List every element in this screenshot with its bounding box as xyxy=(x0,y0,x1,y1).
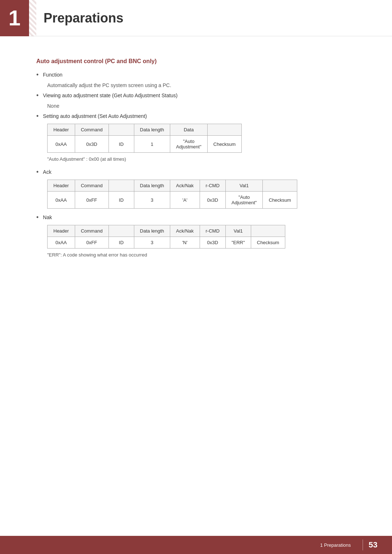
cell-checksum: Checksum xyxy=(251,237,285,249)
cell-id: ID xyxy=(109,237,134,249)
bullet-icon: • xyxy=(36,168,38,176)
cell-command: 0xFF xyxy=(75,237,109,249)
bullet-label: Ack xyxy=(43,169,51,175)
col-header-command: Command xyxy=(75,180,109,192)
col-header-data: Data xyxy=(170,124,208,136)
cell-checksum: Checksum xyxy=(207,136,241,153)
list-item: • Ack xyxy=(36,169,356,176)
col-header-checksum xyxy=(251,225,285,237)
header-accent xyxy=(29,0,36,36)
cell-acknak: 'A' xyxy=(170,192,200,209)
table-ack-wrapper: Header Command Data length Ack/Nak r-CMD… xyxy=(47,180,356,209)
section-title: Auto adjustment control (PC and BNC only… xyxy=(36,58,356,65)
cell-val1: "AutoAdjustment" xyxy=(225,192,263,209)
col-header-acknak: Ack/Nak xyxy=(170,225,200,237)
bullet-list-ack: • Ack xyxy=(36,169,356,176)
list-item: • Nak xyxy=(36,214,356,221)
cell-data: "AutoAdjustment" xyxy=(170,136,208,153)
note-nak: "ERR": A code showing what error has occ… xyxy=(47,252,356,258)
col-header-checksum xyxy=(263,180,297,192)
page-header: 1 Preparations xyxy=(0,0,392,36)
col-header-rcmd: r-CMD xyxy=(200,180,225,192)
chapter-number: 1 xyxy=(8,7,20,29)
col-header-header: Header xyxy=(48,225,75,237)
bullet-label: Viewing auto adjustment state (Get Auto … xyxy=(43,93,177,98)
cell-rcmd: 0x3D xyxy=(200,192,225,209)
sub-text-viewing: None xyxy=(47,103,356,109)
sub-text-function: Automatically adjust the PC system scree… xyxy=(47,82,356,88)
main-content: Auto adjustment control (PC and BNC only… xyxy=(0,36,392,294)
col-header-acknak: Ack/Nak xyxy=(170,180,200,192)
cell-datalength: 3 xyxy=(134,237,170,249)
bullet-label: Function xyxy=(43,72,62,78)
bullet-icon: • xyxy=(36,112,38,120)
col-header-id xyxy=(109,180,134,192)
list-item: • Setting auto adjustment (Set Auto Adju… xyxy=(36,113,356,120)
cell-header: 0xAA xyxy=(48,192,75,209)
bullet-icon: • xyxy=(36,214,38,221)
footer-page-number: 53 xyxy=(369,540,377,550)
page-footer: 1 Preparations 53 xyxy=(0,536,392,554)
bullet-list-nak: • Nak xyxy=(36,214,356,221)
note-setting: "Auto Adjustment" : 0x00 (at all times) xyxy=(47,156,356,162)
bullet-label: Nak xyxy=(43,214,52,220)
col-header-id xyxy=(109,124,134,136)
chapter-number-box: 1 xyxy=(0,0,29,36)
table-setting: Header Command Data length Data 0xAA 0x3… xyxy=(47,124,242,153)
table-setting-wrapper: Header Command Data length Data 0xAA 0x3… xyxy=(47,124,356,153)
page-title: Preparations xyxy=(44,11,123,26)
col-header-datalength: Data length xyxy=(134,225,170,237)
cell-header: 0xAA xyxy=(48,237,75,249)
col-header-header: Header xyxy=(48,124,75,136)
cell-command: 0x3D xyxy=(75,136,109,153)
table-nak-wrapper: Header Command Data length Ack/Nak r-CMD… xyxy=(47,225,356,249)
bullet-icon: • xyxy=(36,71,38,79)
col-header-checksum xyxy=(207,124,241,136)
col-header-id xyxy=(109,225,134,237)
footer-section-label: 1 Preparations xyxy=(320,542,351,548)
list-item: • Function xyxy=(36,72,356,79)
col-header-val1: Val1 xyxy=(225,180,263,192)
col-header-header: Header xyxy=(48,180,75,192)
bullet-label: Setting auto adjustment (Set Auto Adjust… xyxy=(43,113,147,119)
list-item: • Viewing auto adjustment state (Get Aut… xyxy=(36,93,356,99)
table-ack: Header Command Data length Ack/Nak r-CMD… xyxy=(47,180,297,209)
cell-header: 0xAA xyxy=(48,136,75,153)
bullet-list-setting: • Setting auto adjustment (Set Auto Adju… xyxy=(36,113,356,120)
cell-id: ID xyxy=(109,136,134,153)
cell-datalength: 3 xyxy=(134,192,170,209)
cell-rcmd: 0x3D xyxy=(200,237,225,249)
cell-datalength: 1 xyxy=(134,136,170,153)
col-header-datalength: Data length xyxy=(134,124,170,136)
bullet-list: • Function xyxy=(36,72,356,79)
col-header-datalength: Data length xyxy=(134,180,170,192)
footer-separator xyxy=(363,539,363,550)
col-header-command: Command xyxy=(75,225,109,237)
cell-checksum: Checksum xyxy=(263,192,297,209)
col-header-val1: Val1 xyxy=(225,225,251,237)
cell-command: 0xFF xyxy=(75,192,109,209)
cell-acknak: 'N' xyxy=(170,237,200,249)
cell-id: ID xyxy=(109,192,134,209)
col-header-rcmd: r-CMD xyxy=(200,225,225,237)
table-nak: Header Command Data length Ack/Nak r-CMD… xyxy=(47,225,285,249)
bullet-list-viewing: • Viewing auto adjustment state (Get Aut… xyxy=(36,93,356,99)
col-header-command: Command xyxy=(75,124,109,136)
cell-val1: "ERR" xyxy=(225,237,251,249)
bullet-icon: • xyxy=(36,92,38,99)
